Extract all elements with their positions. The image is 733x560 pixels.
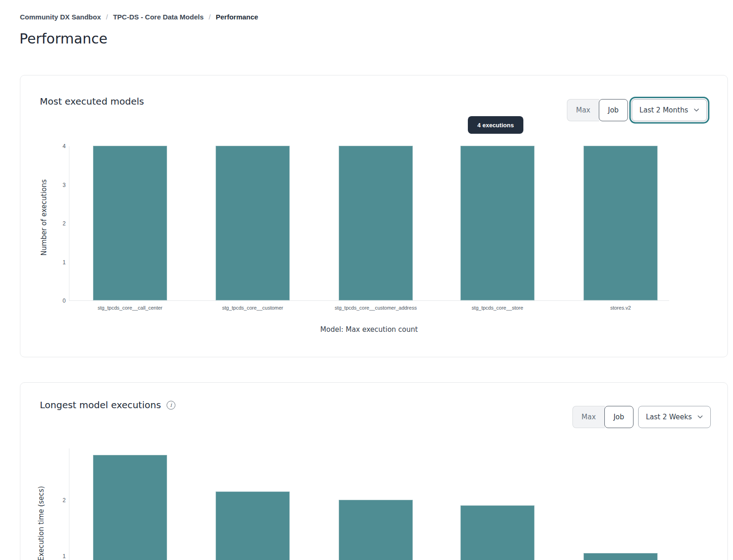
aggregation-toggle: Max Job: [572, 406, 634, 428]
x-category-label: stg_tpcds_core__customer: [183, 305, 322, 311]
bar-chart-longest-executions: 12: [69, 448, 669, 560]
y-tick-label: 2: [53, 220, 66, 227]
bar-stores.v2[interactable]: [584, 146, 658, 300]
bar-stg_tpcds_core__store[interactable]: [460, 146, 534, 300]
card-title-most-executed: Most executed models: [40, 96, 144, 107]
chart-controls: Max Job Last 2 Weeks: [572, 406, 711, 428]
date-range-value: Last 2 Months: [640, 106, 688, 114]
page-title: Performance: [19, 31, 107, 47]
y-tick-label: 1: [53, 553, 66, 560]
bar-stg_tpcds_core__call_center[interactable]: [93, 146, 167, 300]
most-executed-models-card: Most executed models Max Job Last 2 Mont…: [20, 75, 728, 357]
bar-series-1[interactable]: [216, 492, 290, 560]
x-category-label: stg_tpcds_core__store: [428, 305, 567, 311]
y-tick-label: 1: [53, 259, 66, 266]
longest-model-executions-card: Longest model executions i Max Job Last …: [20, 382, 728, 560]
info-icon[interactable]: i: [167, 401, 175, 410]
y-axis-label: Number of executions: [40, 179, 48, 255]
bar-series-4[interactable]: [584, 553, 658, 560]
toggle-job-button[interactable]: Job: [599, 99, 628, 121]
chart-controls: Max Job Last 2 Months: [567, 99, 707, 121]
date-range-dropdown[interactable]: Last 2 Months: [632, 99, 707, 121]
aggregation-toggle: Max Job: [567, 99, 628, 121]
toggle-max-button[interactable]: Max: [567, 99, 599, 121]
breadcrumb-separator: /: [106, 13, 108, 21]
breadcrumb-item-project[interactable]: TPC-DS - Core Data Models: [113, 13, 204, 21]
breadcrumb-item-account[interactable]: Community DX Sandbox: [20, 13, 101, 21]
breadcrumb-item-performance: Performance: [216, 13, 258, 21]
date-range-dropdown[interactable]: Last 2 Weeks: [638, 406, 711, 428]
breadcrumb-separator: /: [209, 13, 211, 21]
x-category-label: stg_tpcds_core__customer_address: [306, 305, 445, 311]
x-category-label: stg_tpcds_core__call_center: [61, 305, 199, 311]
y-tick-label: 3: [53, 182, 66, 188]
bar-series-2[interactable]: [339, 500, 413, 560]
y-axis-label: Execution time (secs): [37, 486, 45, 560]
chart-tooltip: 4 executions: [468, 116, 523, 134]
bar-series-0[interactable]: [93, 455, 167, 560]
y-tick-label: 4: [53, 143, 66, 149]
bar-stg_tpcds_core__customer[interactable]: [216, 146, 290, 300]
chevron-down-icon: [697, 415, 703, 419]
bar-stg_tpcds_core__customer_address[interactable]: [339, 146, 413, 300]
x-axis-label: Model: Max execution count: [69, 325, 669, 334]
card-title-text: Longest model executions: [40, 399, 161, 411]
breadcrumb: Community DX Sandbox / TPC-DS - Core Dat…: [20, 13, 258, 21]
y-tick-label: 2: [53, 497, 66, 504]
x-category-label: stores.v2: [551, 305, 690, 311]
card-title-text: Most executed models: [40, 96, 144, 107]
toggle-max-button[interactable]: Max: [572, 406, 605, 428]
bar-chart-most-executed: 01234stg_tpcds_core__call_centerstg_tpcd…: [69, 146, 669, 301]
card-title-longest-executions: Longest model executions i: [40, 399, 175, 411]
y-tick-label: 0: [53, 298, 66, 304]
toggle-job-button[interactable]: Job: [604, 406, 634, 428]
chevron-down-icon: [694, 108, 699, 112]
bar-series-3[interactable]: [460, 505, 534, 560]
date-range-value: Last 2 Weeks: [646, 413, 692, 421]
